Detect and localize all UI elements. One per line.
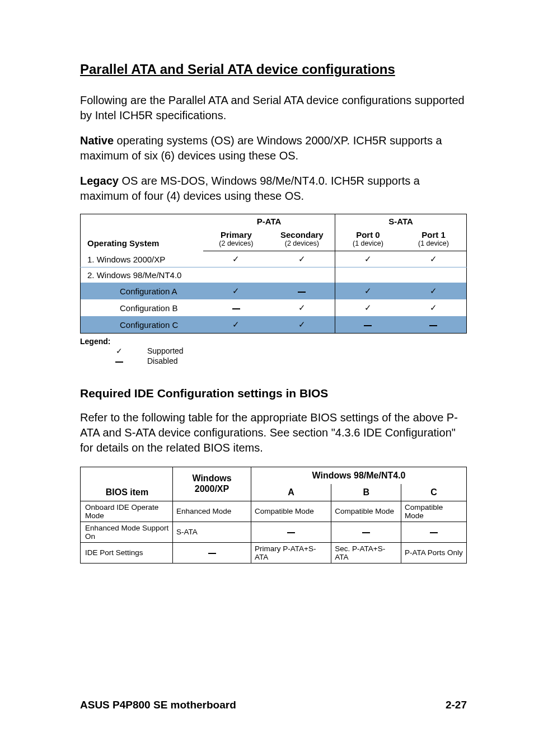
col-c-header: C — [401, 484, 467, 501]
page-footer: ASUS P4P800 SE motherboard 2-27 — [80, 699, 467, 711]
bios-r3-b: Sec. P-ATA+S-ATA — [331, 542, 401, 563]
secondary-header: Secondary — [280, 230, 324, 240]
footer-right: 2-27 — [446, 699, 467, 711]
bios-r1-a: Compatible Mode — [251, 501, 331, 522]
bios-r2-a — [251, 522, 331, 542]
table-row: Configuration A ✓ ✓ ✓ — [81, 283, 467, 299]
table-row: IDE Port Settings Primary P-ATA+S-ATA Se… — [81, 542, 467, 563]
cell-dash — [269, 283, 335, 299]
config-a-label: Configuration A — [81, 283, 204, 299]
bios-r2-label: Enhanced Mode Support On — [81, 522, 173, 542]
bios-r1-c: Compatible Mode — [401, 501, 467, 522]
cell-check: ✓ — [335, 283, 401, 299]
port1-sub: (1 device) — [404, 240, 463, 248]
bios-settings-table: BIOS item Windows 2000/XP Windows 98/Me/… — [80, 467, 467, 564]
legacy-text: OS are MS-DOS, Windows 98/Me/NT4.0. ICH5… — [80, 175, 420, 202]
cell-check: ✓ — [335, 299, 401, 316]
legend-row-disabled: Disabled — [114, 356, 467, 366]
bios-r2-b — [331, 522, 401, 542]
table-row: Configuration C ✓ ✓ — [81, 316, 467, 334]
os-header: Operating System — [87, 238, 159, 248]
cell-dash — [335, 316, 401, 334]
intro-paragraph: Following are the Parallel ATA and Seria… — [80, 93, 467, 123]
bios-r1-b: Compatible Mode — [331, 501, 401, 522]
bios-r2-c — [401, 522, 467, 542]
table-row: 1. Windows 2000/XP ✓ ✓ ✓ ✓ — [81, 251, 467, 267]
os-row-1: 1. Windows 2000/XP — [81, 251, 204, 267]
cell-check: ✓ — [203, 283, 269, 299]
col-a-header: A — [251, 484, 331, 501]
table-row: Operating System P-ATA S-ATA — [81, 214, 467, 229]
cell-check: ✓ — [203, 316, 269, 334]
bios-item-header: BIOS item — [81, 467, 173, 501]
port1-header: Port 1 — [421, 230, 446, 240]
legacy-paragraph: Legacy OS are MS-DOS, Windows 98/Me/NT4.… — [80, 173, 467, 204]
page-content: Parallel ATA and Serial ATA device confi… — [0, 0, 534, 564]
bios-r2-w2k: S-ATA — [173, 522, 251, 542]
cell-check: ✓ — [335, 251, 401, 267]
bios-r3-w2k — [173, 542, 251, 563]
primary-sub: (2 devices) — [207, 240, 266, 248]
legend-row-supported: ✓ Supported — [114, 346, 467, 356]
cell-check: ✓ — [269, 316, 335, 334]
native-label: Native — [80, 134, 114, 147]
bios-r1-w2k: Enhanced Mode — [173, 501, 251, 522]
support-matrix-table: Operating System P-ATA S-ATA Primary(2 d… — [80, 214, 467, 334]
legend-supported: Supported — [147, 346, 184, 356]
section-heading: Parallel ATA and Serial ATA device confi… — [80, 62, 467, 77]
win2k-header: Windows 2000/XP — [173, 467, 251, 501]
bios-r3-a: Primary P-ATA+S-ATA — [251, 542, 331, 563]
primary-header: Primary — [221, 230, 252, 240]
cell-check: ✓ — [269, 251, 335, 267]
config-c-label: Configuration C — [81, 316, 204, 334]
os-row-2: 2. Windows 98/Me/NT4.0 — [81, 267, 204, 283]
cell-dash — [401, 316, 467, 334]
cell-check: ✓ — [203, 251, 269, 267]
bios-subheading: Required IDE Configuration settings in B… — [80, 387, 467, 400]
native-text: operating systems (OS) are Windows 2000/… — [80, 134, 442, 162]
cell-check: ✓ — [401, 299, 467, 316]
table-row: Enhanced Mode Support On S-ATA — [81, 522, 467, 542]
cell-check: ✓ — [269, 299, 335, 316]
bios-paragraph: Refer to the following table for the app… — [80, 410, 467, 456]
legacy-label: Legacy — [80, 175, 119, 187]
port0-sub: (1 device) — [339, 240, 397, 248]
legend: Legend: ✓ Supported Disabled — [80, 337, 467, 366]
win98-header: Windows 98/Me/NT4.0 — [251, 467, 467, 484]
legend-disabled: Disabled — [147, 356, 177, 366]
dash-icon — [114, 356, 125, 366]
config-b-label: Configuration B — [81, 299, 204, 316]
cell-check: ✓ — [401, 251, 467, 267]
bios-r1-label: Onboard IDE Operate Mode — [81, 501, 173, 522]
cell-dash — [203, 299, 269, 316]
sata-group-header: S-ATA — [335, 214, 466, 229]
col-b-header: B — [331, 484, 401, 501]
check-icon: ✓ — [114, 346, 125, 356]
cell-check: ✓ — [401, 283, 467, 299]
bios-r3-c: P-ATA Ports Only — [401, 542, 467, 563]
table-row: Onboard IDE Operate Mode Enhanced Mode C… — [81, 501, 467, 522]
table-row: 2. Windows 98/Me/NT4.0 — [81, 267, 467, 283]
port0-header: Port 0 — [356, 230, 380, 240]
bios-r3-label: IDE Port Settings — [81, 542, 173, 563]
pata-group-header: P-ATA — [203, 214, 335, 229]
native-paragraph: Native operating systems (OS) are Window… — [80, 133, 467, 163]
legend-title: Legend: — [80, 337, 467, 346]
footer-left: ASUS P4P800 SE motherboard — [80, 699, 236, 711]
table-row: Configuration B ✓ ✓ ✓ — [81, 299, 467, 316]
secondary-sub: (2 devices) — [273, 240, 331, 248]
table-row: BIOS item Windows 2000/XP Windows 98/Me/… — [81, 467, 467, 484]
